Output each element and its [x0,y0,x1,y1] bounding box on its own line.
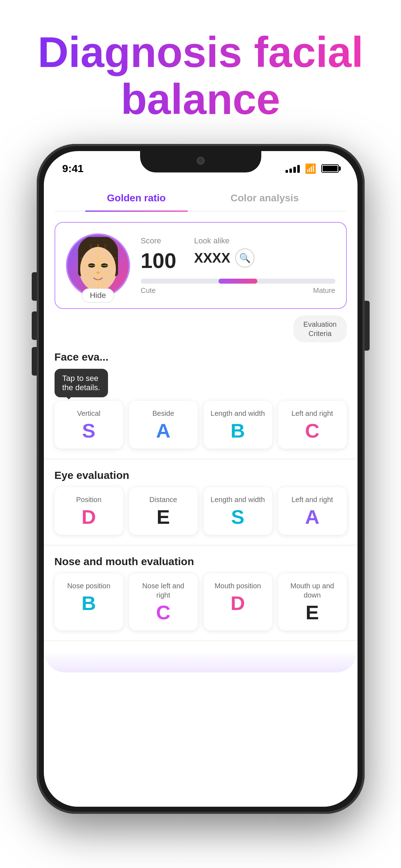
battery-icon [321,164,339,173]
mouth-grade-position: D [231,593,245,613]
mouth-card-up-down[interactable]: Mouth up and down E [278,573,347,630]
avatar-hide-label[interactable]: Hide [82,288,114,303]
eye-grade-position: D [82,507,96,527]
eye-grade-distance: E [156,507,170,527]
score-col: Score 100 [141,236,176,273]
nose-label-position: Nose position [67,581,110,590]
eye-eval-title: Eye evaluation [55,469,347,481]
face-grade-beside: A [156,421,170,441]
face-card-vertical[interactable]: Vertical S [55,401,123,449]
face-grade-left-right: C [305,421,319,441]
mouth-card-position[interactable]: Mouth position D [204,573,272,630]
eye-label-position: Position [76,495,101,504]
avatar-wrap: Hide [66,233,130,298]
score-value: 100 [141,249,176,273]
status-time: 9:41 [62,162,84,175]
look-alike-row: XXXX 🔍 [194,248,255,268]
phone-shell: 9:41 📶 Golden ratio Color analys [37,144,365,814]
tab-bar: Golden ratio Color analysis [55,180,347,211]
nose-grade-left-right: C [156,603,170,622]
phone-screen: 9:41 📶 Golden ratio Color analys [44,151,358,807]
score-row: Score 100 Look alike XXXX 🔍 [141,236,335,273]
cute-label: Cute [141,286,156,295]
nose-grade-position: B [82,593,96,613]
face-card-beside[interactable]: Beside A [129,401,198,449]
nose-card-position[interactable]: Nose position B [55,573,123,630]
nose-mouth-eval-grid: Nose position B Nose left and right C Mo… [44,573,358,630]
eye-card-distance[interactable]: Distance E [129,487,198,535]
mature-label: Mature [313,286,335,295]
battery-fill [323,166,338,171]
face-label-left-right: Left and right [292,409,333,418]
eye-card-left-right[interactable]: Left and right A [278,487,347,535]
search-button[interactable]: 🔍 [235,248,255,268]
eye-eval-grid: Position D Distance E Length and width S… [44,487,358,535]
face-label-beside: Beside [152,409,174,418]
mouth-grade-up-down: E [305,603,319,622]
score-label: Score [141,236,176,246]
tab-color-analysis[interactable]: Color analysis [201,187,329,211]
tab-golden-ratio[interactable]: Golden ratio [72,187,201,211]
mouth-label-up-down: Mouth up and down [284,581,341,600]
eye-label-distance: Distance [149,495,177,504]
hero-title: Diagnosis facial balance [14,29,387,123]
face-label-length-width: Length and width [211,409,265,418]
mouth-label-position: Mouth position [215,581,261,590]
score-card: Hide Score 100 Look alike XXXX 🔍 [55,222,347,309]
face-svg [70,237,127,294]
tooltip-bubble: Tap to seethe details. [55,369,108,397]
notch-camera [197,157,205,165]
bar-labels: Cute Mature [141,286,335,295]
look-alike-col: Look alike XXXX 🔍 [194,236,255,273]
divider-1 [44,459,358,459]
wifi-icon: 📶 [305,163,316,174]
eye-grade-left-right: A [305,507,319,527]
face-grade-length-width: B [231,421,245,441]
bar-track [141,279,335,284]
nose-mouth-eval-title: Nose and mouth evaluation [55,556,347,568]
signal-icon [286,164,300,173]
eye-grade-length-width: S [231,507,244,527]
notch [140,151,261,172]
face-eval-title: Face eva... [55,351,347,363]
hero-section: Diagnosis facial balance [0,0,401,137]
face-grade-vertical: S [82,421,95,441]
eye-label-left-right: Left and right [292,495,333,504]
face-card-length-width[interactable]: Length and width B [204,401,272,449]
eye-card-length-width[interactable]: Length and width S [204,487,272,535]
nose-card-left-right[interactable]: Nose left and right C [129,573,198,630]
face-label-vertical: Vertical [77,409,101,418]
eval-criteria-button[interactable]: EvaluationCriteria [293,315,346,342]
eye-label-length-width: Length and width [211,495,265,504]
face-card-left-right[interactable]: Left and right C [278,401,347,449]
face-eval-grid: Vertical S Beside A Length and width B L… [44,401,358,449]
divider-3 [44,640,358,641]
eval-criteria-wrap: EvaluationCriteria [55,315,347,342]
bar-fill [219,279,257,284]
divider-2 [44,545,358,546]
phone-wrapper: 9:41 📶 Golden ratio Color analys [0,137,401,842]
status-icons: 📶 [286,163,339,174]
look-alike-label: Look alike [194,236,255,246]
score-info: Score 100 Look alike XXXX 🔍 [141,236,335,295]
maturity-bar: Cute Mature [141,279,335,295]
nose-label-left-right: Nose left and right [135,581,192,600]
look-alike-value: XXXX [194,250,230,266]
eye-card-position[interactable]: Position D [55,487,123,535]
bottom-gradient [44,651,358,672]
avatar [66,233,130,298]
